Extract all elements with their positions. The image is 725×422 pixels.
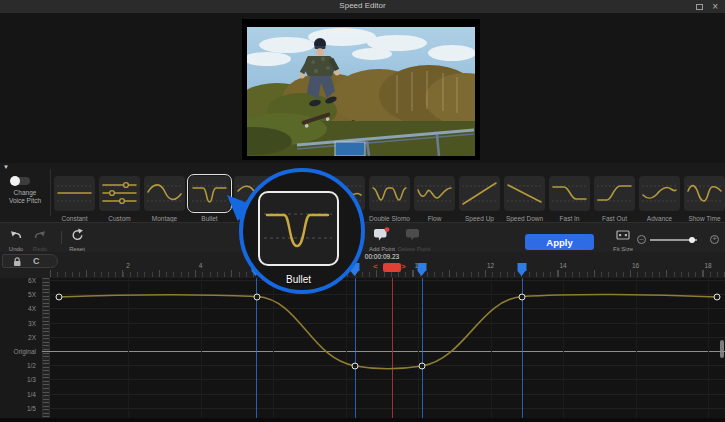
keyframe-line (422, 278, 423, 418)
preset-advance[interactable]: Advance (639, 176, 680, 223)
curve-point[interactable] (519, 293, 526, 300)
constant-curve-icon (54, 176, 95, 211)
vertical-scrollbar[interactable] (720, 340, 724, 358)
ruler-number: 14 (559, 262, 566, 269)
gridline-vertical (636, 278, 637, 418)
preset-speed-up[interactable]: Speed Up (459, 176, 500, 223)
gridline-horizontal (42, 337, 725, 338)
keyframe-marker[interactable] (518, 263, 527, 271)
y-axis-label: Original (0, 348, 36, 355)
preset-double-slomo[interactable]: Double Slomo (369, 176, 410, 223)
gridline-horizontal (42, 379, 725, 380)
zoom-out-icon[interactable]: – (637, 235, 646, 244)
maximize-icon[interactable] (696, 4, 703, 10)
preset-constant[interactable]: Constant (54, 176, 95, 223)
preset-bullet[interactable]: Bullet (189, 176, 230, 223)
redo-icon (33, 228, 47, 241)
curve-point[interactable] (419, 363, 426, 370)
voice-pitch-toggle[interactable] (11, 177, 30, 185)
gridline-horizontal (42, 365, 725, 366)
titlebar: Speed Editor × (0, 0, 725, 13)
y-axis-label: 1/2 (0, 362, 36, 369)
timeline-ruler[interactable]: C 24681012141618 00:00:09.23 < > (0, 252, 725, 278)
preset-montage[interactable]: Montage (144, 176, 185, 223)
redo-button[interactable]: Redo (20, 227, 60, 252)
ruler-number: 18 (704, 262, 711, 269)
preset-list: ConstantCustomMontageBulletDouble SlomoF… (54, 176, 725, 223)
y-axis-label: 3X (0, 319, 36, 326)
window-title: Speed Editor (0, 1, 725, 10)
video-preview[interactable] (247, 27, 475, 156)
gridline-horizontal (42, 351, 725, 352)
y-axis-label: 2X (0, 333, 36, 340)
gridline-vertical (346, 278, 347, 418)
y-axis-label: 5X (0, 291, 36, 298)
preset-flow[interactable]: Flow (414, 176, 455, 223)
preset-show-time[interactable]: Show Time (684, 176, 725, 223)
preview-stage (0, 13, 725, 163)
flip-curve-icon[interactable]: C (33, 256, 40, 266)
ruler-number: 12 (487, 262, 494, 269)
delete-point-icon (406, 227, 422, 241)
close-icon[interactable]: × (712, 0, 718, 13)
apply-button[interactable]: Apply (525, 234, 594, 250)
magnified-bullet-thumbnail (258, 191, 339, 266)
keyframe-marker[interactable] (418, 263, 427, 271)
curve-point[interactable] (56, 294, 63, 301)
y-axis-label: 4X (0, 305, 36, 312)
montage-curve-icon (144, 176, 185, 211)
curve-point[interactable] (714, 294, 721, 301)
lock-tab: C (2, 254, 58, 268)
divider (50, 169, 51, 216)
advance-curve-icon (639, 176, 680, 211)
gridline-vertical (563, 278, 564, 418)
playhead-line (392, 278, 393, 418)
double-slomo-curve-icon (369, 176, 410, 211)
gridline-horizontal (42, 394, 725, 395)
add-point-icon (374, 227, 390, 241)
gridline-vertical (418, 278, 419, 418)
preset-fast-out[interactable]: Fast Out (594, 176, 635, 223)
fit-size-icon (616, 229, 630, 241)
flow-curve-icon (414, 176, 455, 211)
y-axis-label: 1/5 (0, 404, 36, 411)
y-axis-label: 6X (0, 278, 36, 284)
collapse-panel-icon[interactable]: ▼ (3, 164, 9, 170)
preset-speed-down[interactable]: Speed Down (504, 176, 545, 223)
bullet-curve-icon (260, 193, 336, 263)
gridline-vertical (491, 278, 492, 418)
speed-up-curve-icon (459, 176, 500, 211)
toggle-knob (10, 176, 20, 186)
nudge-right-icon[interactable]: > (401, 262, 406, 271)
y-axis-label: 1/3 (0, 376, 36, 383)
y-axis-label: 1/4 (0, 390, 36, 397)
fast-in-curve-icon (549, 176, 590, 211)
speed-editor-window: Speed Editor × (0, 0, 725, 422)
ruler-number: 4 (199, 262, 203, 269)
zoom-in-icon[interactable]: + (710, 235, 719, 244)
curve-point[interactable] (352, 363, 359, 370)
lock-icon[interactable] (11, 256, 23, 267)
fast-out-curve-icon (594, 176, 635, 211)
gridline-vertical (273, 278, 274, 418)
speed-curve-graph[interactable]: 6X5X4X3X2XOriginal1/21/31/41/5 (0, 278, 725, 418)
gridline-horizontal (42, 280, 725, 281)
reset-button[interactable]: Reset (57, 227, 97, 252)
preset-custom[interactable]: Custom (99, 176, 140, 223)
delete-point-button[interactable]: Delete Point (394, 227, 434, 252)
bullet-curve-icon (189, 176, 230, 211)
gridline-vertical (128, 278, 129, 418)
skateboarder-video-still (247, 27, 475, 156)
playhead-handle[interactable] (383, 263, 401, 272)
show-time-curve-icon (684, 176, 725, 211)
reset-icon (71, 228, 84, 241)
preset-fast-in[interactable]: Fast In (549, 176, 590, 223)
zoom-slider-handle[interactable] (689, 237, 695, 243)
nudge-left-icon[interactable]: < (373, 262, 378, 271)
gridline-vertical (201, 278, 202, 418)
gridline-horizontal (42, 294, 725, 295)
speed-down-curve-icon (504, 176, 545, 211)
custom-curve-icon (99, 176, 140, 211)
ruler-number: 2 (126, 262, 130, 269)
curve-point[interactable] (254, 293, 261, 300)
